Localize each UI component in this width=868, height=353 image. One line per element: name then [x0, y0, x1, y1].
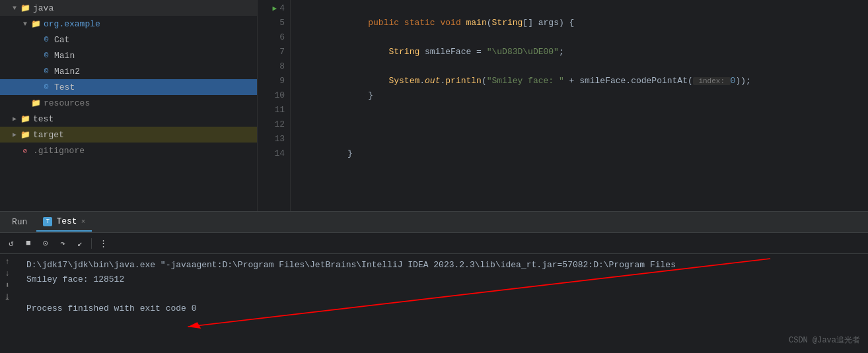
class-main-icon: © [41, 50, 52, 61]
output-content: D:\jdk17\jdk\bin\java.exe "-javaagent:D:… [8, 258, 860, 316]
git-icon: ⊘ [20, 145, 30, 156]
code-lines: public static void main(String[] args) {… [291, 0, 868, 211]
code-line-6: String smileFace = "\uD83D\uDE00"; [296, 30, 863, 45]
folder-java-icon: 📁 [20, 3, 30, 13]
arrow-test-folder: ▶ [11, 115, 18, 123]
bottom-panel: Run T Test × ↺ ■ ⊙ ↷ ↙ ⋮ ↑ ↓ ⬇ ⤓ D:\jdk1… [0, 211, 868, 353]
arrow-java: ▼ [11, 4, 18, 12]
tab-test-label: Test [56, 216, 77, 226]
code-line-10 [296, 88, 863, 103]
sidebar-item-main[interactable]: ▶ © Main [0, 48, 257, 63]
sidebar-item-test[interactable]: ▶ © Test [0, 79, 257, 95]
class-test-icon: © [41, 82, 52, 92]
more-button[interactable]: ⋮ [96, 236, 110, 251]
output-line-3 [26, 287, 860, 302]
code-line-4: public static void main(String[] args) { [296, 1, 863, 16]
suspend-button[interactable]: ⊙ [38, 236, 53, 251]
sidebar-item-gitignore[interactable]: ▶ ⊘ .gitignore [0, 143, 257, 158]
code-line-11 [296, 103, 863, 117]
sidebar-label-main2: Main2 [54, 67, 80, 77]
toolbar-sep [91, 238, 92, 249]
scroll-down-button[interactable]: ↓ [2, 269, 13, 279]
sidebar-item-main2[interactable]: ▶ © Main2 [0, 63, 257, 79]
main-area: ▼ 📁 java ▼ 📁 org.example ▶ © Cat ▶ © Mai… [0, 0, 868, 211]
class-main2-icon: © [41, 66, 52, 77]
code-line-13: } [296, 132, 863, 146]
editor-area: ▶ 4 5 6 7 8 9 10 11 12 13 14 public stat… [258, 0, 868, 211]
bottom-tabs: Run T Test × [0, 212, 868, 233]
sidebar-item-java[interactable]: ▼ 📁 java [0, 0, 257, 16]
sidebar-label-java: java [33, 3, 54, 13]
sidebar-item-target[interactable]: ▶ 📁 target [0, 127, 257, 143]
folder-test-icon: 📁 [20, 113, 30, 124]
watermark: CSDN @Java追光者 [789, 333, 860, 348]
step-out-button[interactable]: ↙ [73, 236, 87, 251]
tab-run-label: Run [12, 217, 27, 227]
sidebar-item-test-folder[interactable]: ▶ 📁 test [0, 111, 257, 127]
run-icon-4[interactable]: ▶ [273, 1, 277, 16]
code-content: ▶ 4 5 6 7 8 9 10 11 12 13 14 public stat… [258, 0, 868, 211]
class-cat-icon: © [41, 34, 52, 45]
arrow-target: ▶ [11, 131, 18, 139]
step-over-button[interactable]: ↷ [55, 236, 70, 251]
output-area: ↑ ↓ ⬇ ⤓ D:\jdk17\jdk\bin\java.exe "-java… [0, 254, 868, 353]
folder-resources-icon: 📁 [30, 98, 41, 108]
code-line-12 [296, 117, 863, 132]
sidebar-label-cat: Cat [54, 35, 69, 45]
sidebar-label-gitignore: .gitignore [33, 146, 85, 156]
scroll-end-button[interactable]: ⤓ [2, 292, 13, 303]
sidebar-label-main: Main [54, 51, 75, 61]
folder-target-icon: 📁 [20, 129, 30, 140]
tab-test-icon: T [43, 217, 52, 226]
scroll-bottom-button[interactable]: ⬇ [2, 280, 13, 291]
restart-button[interactable]: ↺ [4, 236, 18, 251]
run-toolbar: ↺ ■ ⊙ ↷ ↙ ⋮ [0, 233, 868, 254]
sidebar-label-target: target [33, 130, 64, 140]
line-numbers: ▶ 4 5 6 7 8 9 10 11 12 13 14 [258, 0, 291, 211]
sidebar-item-cat[interactable]: ▶ © Cat [0, 32, 257, 48]
sidebar-label-resources: resources [44, 98, 90, 108]
sidebar-label-org-example: org.example [44, 19, 100, 29]
output-line-4: Process finished with exit code 0 [26, 302, 860, 316]
scroll-up-button[interactable]: ↑ [2, 257, 13, 267]
stop-button[interactable]: ■ [21, 236, 36, 251]
sidebar: ▼ 📁 java ▼ 📁 org.example ▶ © Cat ▶ © Mai… [0, 0, 258, 211]
tab-test-close[interactable]: × [81, 218, 86, 226]
code-line-14 [296, 146, 863, 161]
tab-test[interactable]: T Test × [36, 213, 92, 232]
svg-marker-1 [188, 322, 201, 329]
scrollbar-left: ↑ ↓ ⬇ ⤓ [0, 254, 15, 305]
output-line-1: D:\jdk17\jdk\bin\java.exe "-javaagent:D:… [26, 258, 860, 273]
code-line-8: System.out.println("Smiley face: " + smi… [296, 59, 863, 74]
sidebar-item-resources[interactable]: ▶ 📁 resources [0, 95, 257, 111]
sidebar-item-org-example[interactable]: ▼ 📁 org.example [0, 16, 257, 32]
sidebar-label-test-folder: test [33, 114, 54, 124]
output-line-2: Smiley face: 128512 [26, 273, 860, 287]
folder-org-example-icon: 📁 [30, 18, 41, 29]
arrow-org-example: ▼ [21, 20, 29, 28]
tab-run[interactable]: Run [5, 213, 34, 232]
sidebar-label-test: Test [54, 82, 75, 92]
